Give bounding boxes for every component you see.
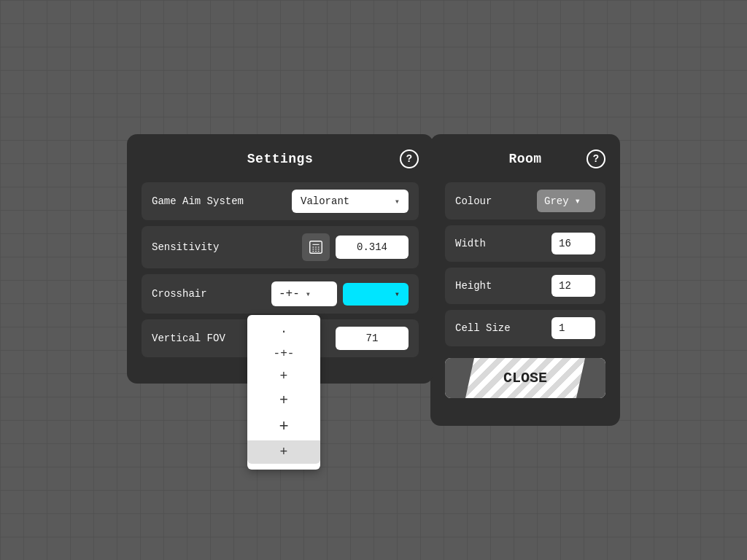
room-panel: Room ? Colour Grey ▾ Width Height Cell S… bbox=[430, 134, 620, 426]
game-aim-system-controls: Valorant ▾ bbox=[292, 190, 409, 213]
chevron-down-icon: ▾ bbox=[395, 196, 400, 207]
crosshair-style-dropdown[interactable]: -+- ▾ bbox=[271, 281, 337, 306]
height-row: Height bbox=[445, 268, 605, 304]
close-button-wrapper: CLOSE bbox=[445, 358, 605, 398]
height-input[interactable] bbox=[551, 275, 595, 297]
crosshair-style-icon: -+- bbox=[279, 287, 300, 300]
sensitivity-row: Sensitivity bbox=[142, 226, 419, 268]
stripe-left-decoration bbox=[445, 358, 474, 398]
chevron-down-icon-crosshair: ▾ bbox=[306, 289, 311, 300]
colour-value: Grey bbox=[544, 195, 569, 207]
settings-help-icon[interactable]: ? bbox=[400, 149, 419, 168]
chevron-down-icon-colour: ▾ bbox=[575, 195, 581, 207]
width-row: Width bbox=[445, 225, 605, 262]
crosshair-style-popup: · -+- + + + + bbox=[247, 315, 320, 470]
sensitivity-input[interactable] bbox=[336, 236, 409, 259]
settings-header: Settings ? bbox=[142, 152, 419, 166]
crosshair-color-dropdown[interactable]: ▾ bbox=[343, 283, 409, 306]
crosshair-option-small[interactable]: -+- bbox=[247, 343, 320, 365]
height-label: Height bbox=[455, 280, 551, 292]
sensitivity-label: Sensitivity bbox=[152, 241, 302, 253]
room-title: Room bbox=[508, 152, 541, 166]
game-aim-system-dropdown[interactable]: Valorant ▾ bbox=[292, 190, 409, 213]
room-help-icon[interactable]: ? bbox=[587, 149, 605, 168]
colour-dropdown[interactable]: Grey ▾ bbox=[537, 190, 595, 212]
width-label: Width bbox=[455, 238, 551, 249]
crosshair-row: Crosshair -+- ▾ ▾ · -+- + + + + bbox=[142, 274, 419, 314]
close-button-label: CLOSE bbox=[503, 370, 547, 386]
colour-label: Colour bbox=[455, 195, 537, 207]
calculator-icon[interactable] bbox=[302, 233, 330, 261]
settings-panel: Settings ? Game Aim System Valorant ▾ Se… bbox=[127, 134, 433, 384]
stripe-right-decoration bbox=[576, 358, 605, 398]
crosshair-label: Crosshair bbox=[152, 288, 271, 300]
cell-size-input[interactable] bbox=[551, 317, 595, 339]
close-button[interactable]: CLOSE bbox=[445, 358, 605, 398]
game-aim-system-value: Valorant bbox=[301, 195, 387, 207]
vertical-fov-controls bbox=[336, 327, 409, 350]
cell-size-label: Cell Size bbox=[455, 322, 551, 334]
settings-title: Settings bbox=[247, 152, 313, 166]
crosshair-controls: -+- ▾ ▾ bbox=[271, 281, 409, 306]
cell-size-row: Cell Size bbox=[445, 310, 605, 346]
game-aim-system-row: Game Aim System Valorant ▾ bbox=[142, 182, 419, 220]
crosshair-option-xxlarge[interactable]: + bbox=[247, 440, 320, 464]
crosshair-option-medium[interactable]: + bbox=[247, 365, 320, 388]
crosshair-option-dot[interactable]: · bbox=[247, 321, 320, 343]
crosshair-option-large[interactable]: + bbox=[247, 388, 320, 413]
crosshair-option-xlarge[interactable]: + bbox=[247, 413, 320, 440]
vertical-fov-input[interactable] bbox=[336, 327, 409, 350]
game-aim-system-label: Game Aim System bbox=[152, 195, 292, 207]
width-input[interactable] bbox=[551, 233, 595, 254]
panels-container: Settings ? Game Aim System Valorant ▾ Se… bbox=[127, 134, 620, 426]
room-header: Room ? bbox=[445, 152, 605, 166]
chevron-down-icon-color: ▾ bbox=[395, 289, 400, 300]
colour-row: Colour Grey ▾ bbox=[445, 182, 605, 219]
sensitivity-controls bbox=[302, 233, 409, 261]
